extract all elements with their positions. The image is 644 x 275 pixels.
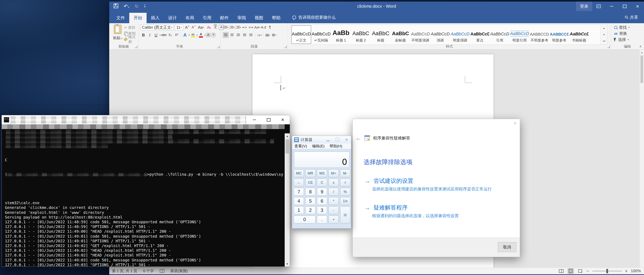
redo-button[interactable]: ↻ [135, 4, 139, 9]
style-heading-1[interactable]: AaBb 标题 1 [331, 25, 351, 44]
tab-home[interactable]: 开始 [129, 13, 146, 23]
key-percent[interactable]: % [340, 188, 350, 196]
cut-button[interactable]: ✂剪切 [124, 25, 138, 30]
tab-help[interactable]: 帮助 [268, 13, 285, 23]
style-emphasis[interactable]: AaBbCcDa 强调 [430, 25, 450, 44]
scroll-up-arrow-icon[interactable]: ▲ [285, 135, 290, 138]
subscript-button[interactable]: X₂ [168, 32, 173, 38]
key-mminus[interactable]: M- [340, 169, 350, 177]
key-clear[interactable]: C [317, 179, 327, 186]
decrease-indent-button[interactable]: ⇤≡ [242, 24, 248, 30]
option-title[interactable]: 尝试建议的设置 [374, 178, 413, 184]
minimize-button[interactable] [326, 138, 330, 142]
key-plus[interactable]: + [328, 216, 339, 223]
distribute-button[interactable] [248, 32, 254, 38]
collapse-ribbon-button[interactable]: ∧ [639, 45, 642, 48]
sort-button[interactable]: A↓Z [261, 24, 266, 30]
troubleshoot-option[interactable]: → 疑难解答程序 根据遇到的问题选择此选项，以选择兼容性设置 [364, 204, 459, 218]
paragraph-dialog-launcher[interactable] [284, 46, 287, 48]
key-6[interactable]: 6 [317, 197, 327, 205]
style-subtitle[interactable]: AaBbC 副标题 [390, 25, 410, 44]
clipboard-dialog-launcher[interactable] [135, 46, 137, 48]
menu-view[interactable]: 查看(V) [294, 144, 307, 149]
tab-view[interactable]: 视图 [250, 13, 268, 23]
key-2[interactable]: 2 [305, 206, 316, 214]
change-case-button[interactable]: Aa▾ [198, 24, 204, 30]
key-multiply[interactable]: * [328, 197, 339, 205]
bold-button[interactable]: B [140, 32, 146, 38]
style-title[interactable]: AaBbC 标题 [371, 25, 390, 44]
zoom-level[interactable]: 100% [631, 269, 641, 273]
multilevel-list-button[interactable]: 1a▾ [235, 24, 241, 30]
proofing-icon[interactable] [160, 269, 164, 273]
bullets-button[interactable]: ▾ [223, 24, 229, 30]
print-layout-button[interactable] [568, 268, 574, 274]
find-button[interactable]: 查找▾ [614, 24, 644, 31]
close-button[interactable]: × [276, 115, 290, 124]
maximize-button[interactable] [618, 2, 631, 11]
shrink-font-button[interactable]: A [190, 24, 196, 30]
key-1[interactable]: 1 [294, 206, 304, 214]
style-subtle-emphasis[interactable]: AaBbCcDa 不明显强调 [410, 25, 430, 44]
align-left-button[interactable] [223, 32, 229, 38]
line-spacing-button[interactable]: ↕≡▾ [256, 32, 262, 38]
terminal-content[interactable]: C (>python .\follina.py -m binary -b \\l… [2, 124, 290, 266]
key-minus[interactable]: - [328, 206, 339, 214]
scroll-down-arrow-icon[interactable]: ▼ [285, 262, 290, 265]
zoom-slider[interactable] [592, 271, 622, 271]
terminal-scrollbar[interactable]: ▲ ▼ [285, 133, 290, 266]
font-name-combobox[interactable]: Calibri (西文正文▾ [140, 24, 174, 30]
ribbon-display-options-button[interactable] [592, 2, 605, 11]
key-mplus[interactable]: M+ [328, 169, 339, 177]
font-size-combobox[interactable]: 11▾ [175, 24, 183, 30]
word-count-status[interactable]: 0 个字 [143, 268, 154, 273]
style-intense-quote[interactable]: AaBbCcDa 明显引用 [510, 25, 530, 44]
align-right-button[interactable] [235, 32, 241, 38]
key-ms[interactable]: MS [317, 169, 327, 177]
cancel-button[interactable]: 取消 [498, 242, 516, 252]
grow-font-button[interactable]: A [184, 24, 190, 30]
close-button[interactable]: × [631, 2, 644, 11]
style-book-title[interactable]: AaBbCcD 书籍标题 [569, 25, 589, 44]
tab-insert[interactable]: 插入 [146, 13, 164, 23]
key-divide[interactable]: / [328, 188, 339, 196]
key-7[interactable]: 7 [294, 188, 304, 196]
menu-edit[interactable]: 编辑(E) [312, 144, 324, 149]
sign-in-button[interactable]: 登录 [576, 2, 592, 11]
save-button[interactable] [114, 4, 118, 9]
key-decimal[interactable]: . [317, 216, 327, 223]
web-layout-button[interactable] [577, 268, 583, 274]
scrollbar-thumb[interactable] [286, 139, 289, 153]
scrollbar-thumb[interactable] [640, 56, 643, 83]
share-button[interactable]: 共享 [618, 12, 644, 23]
key-mc[interactable]: MC [294, 169, 304, 177]
key-ce[interactable]: CE [305, 179, 316, 186]
key-reciprocal[interactable]: 1/x [340, 197, 350, 205]
clear-formatting-button[interactable]: A◣ [206, 24, 212, 30]
style-normal[interactable]: AaBbCcDc ↵正文 [291, 25, 311, 44]
key-negate[interactable]: ± [328, 179, 339, 186]
scroll-up-arrow-icon[interactable]: ▲ [640, 51, 644, 54]
character-shading-button[interactable]: A [206, 33, 210, 37]
phonetic-guide-button[interactable]: 文 [212, 24, 218, 30]
tab-file[interactable]: 文件 [112, 13, 129, 23]
align-center-button[interactable] [229, 32, 235, 38]
justify-button[interactable] [242, 32, 248, 38]
enclose-characters-button[interactable]: 字 [211, 33, 216, 37]
style-quote[interactable]: AaBbCcDa 引用 [490, 25, 510, 44]
maximize-button[interactable] [336, 138, 339, 142]
page-count-status[interactable]: 第 1 页, 共 1 页 [112, 268, 137, 273]
minimize-button[interactable] [605, 2, 618, 11]
superscript-button[interactable]: X² [174, 32, 180, 38]
borders-button[interactable]: ⊞▾ [271, 32, 277, 38]
customize-qat-button[interactable]: ▾ [144, 5, 146, 8]
style-intense-emphasis[interactable]: AaBbCcDa 明显强调 [450, 25, 470, 44]
key-mr[interactable]: MR [305, 169, 316, 177]
asian-layout-button[interactable]: A⇄▾ [254, 24, 260, 30]
key-8[interactable]: 8 [305, 188, 316, 196]
menu-help[interactable]: 帮助(H) [330, 144, 342, 149]
tell-me-box[interactable]: 告诉我你想要做什么 [291, 12, 337, 23]
tab-references[interactable]: 引用 [198, 13, 216, 23]
style-intense-reference[interactable]: AABBCCD 明显参考 [549, 25, 569, 44]
style-subtle-reference[interactable]: AABBCCDD 不明显参考 [530, 25, 549, 44]
